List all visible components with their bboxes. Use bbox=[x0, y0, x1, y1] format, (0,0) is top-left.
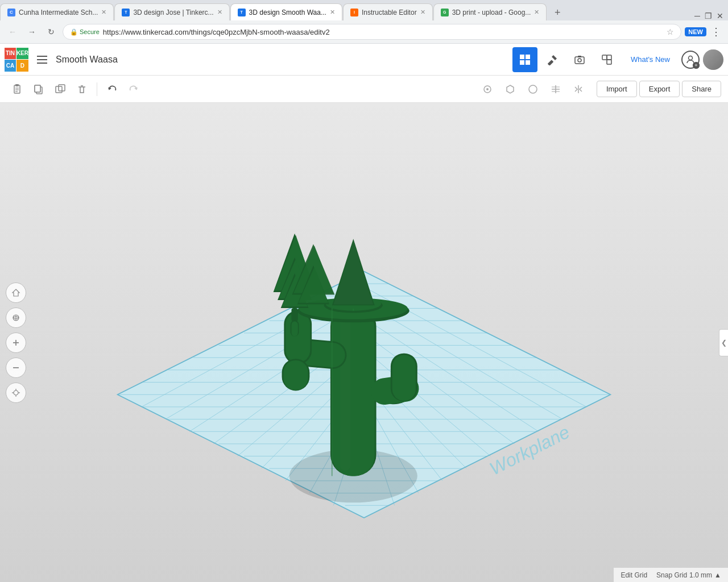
avatar-image bbox=[703, 49, 723, 70]
tab-1[interactable]: C Cunha Intermediate Sch... ✕ bbox=[0, 3, 114, 20]
export-button[interactable]: Export bbox=[639, 81, 680, 97]
snap-grid-control[interactable]: Snap Grid 1.0 mm ▲ bbox=[656, 571, 721, 579]
svg-rect-90 bbox=[286, 313, 310, 363]
tab-3-favicon: T bbox=[238, 9, 246, 16]
whats-new-extension[interactable]: NEW bbox=[685, 27, 706, 36]
minimize-button[interactable]: ─ bbox=[694, 11, 700, 20]
tab-3[interactable]: T 3D design Smooth Waa... ✕ bbox=[230, 3, 342, 20]
logo-ca: CA bbox=[5, 60, 16, 72]
tab-5-close[interactable]: ✕ bbox=[534, 9, 539, 16]
copy-icon bbox=[34, 84, 44, 94]
paste-button[interactable] bbox=[7, 79, 27, 99]
zoom-out-button[interactable] bbox=[6, 357, 26, 378]
svg-rect-11 bbox=[602, 55, 607, 60]
tab-2-close[interactable]: ✕ bbox=[217, 9, 222, 16]
svg-rect-13 bbox=[607, 55, 611, 60]
svg-marker-27 bbox=[507, 85, 514, 93]
close-button[interactable]: ✕ bbox=[717, 11, 723, 20]
delete-icon bbox=[77, 84, 87, 94]
tab-bar: C Cunha Intermediate Sch... ✕ T 3D desig… bbox=[0, 0, 728, 20]
cactus-model bbox=[0, 103, 728, 582]
edit-grid-label[interactable]: Edit Grid bbox=[621, 571, 647, 579]
tab-2-title: 3D design Jose | Tinkerc... bbox=[133, 9, 213, 16]
new-tab-button[interactable]: + bbox=[549, 5, 565, 20]
tab-2[interactable]: T 3D design Jose | Tinkerc... ✕ bbox=[114, 3, 229, 20]
share-button[interactable]: Share bbox=[682, 81, 721, 97]
add-person-button[interactable]: + bbox=[681, 51, 700, 69]
url-bar[interactable]: 🔒 Secure https://www.tinkercad.com/thing… bbox=[63, 24, 681, 40]
redo-icon bbox=[129, 84, 139, 94]
tab-3-close[interactable]: ✕ bbox=[330, 9, 335, 16]
hammer-icon bbox=[547, 54, 558, 65]
hex-view-button[interactable] bbox=[500, 79, 520, 99]
tinkercad-logo[interactable]: TIN KER CA D bbox=[5, 48, 28, 72]
whats-new-button[interactable]: What's New bbox=[624, 51, 677, 68]
restore-button[interactable]: ❐ bbox=[705, 11, 712, 20]
svg-point-9 bbox=[578, 59, 581, 62]
tab-4-close[interactable]: ✕ bbox=[420, 9, 425, 16]
forward-button[interactable]: → bbox=[24, 24, 40, 40]
copy-button[interactable] bbox=[28, 79, 49, 99]
mirror-button[interactable] bbox=[568, 79, 589, 99]
svg-rect-10 bbox=[578, 56, 581, 57]
build-tool-button[interactable] bbox=[540, 47, 565, 72]
svg-rect-82 bbox=[340, 311, 351, 471]
hamburger-menu-button[interactable] bbox=[33, 51, 51, 69]
point-view-button[interactable] bbox=[477, 79, 498, 99]
redo-button[interactable] bbox=[123, 79, 144, 99]
chevron-left-icon: ❮ bbox=[721, 339, 727, 347]
tab-4-title: Instructable Editor bbox=[362, 9, 417, 16]
whats-new-ext-label: NEW bbox=[688, 28, 703, 35]
url-text: https://www.tinkercad.com/things/cqe0pzc… bbox=[103, 28, 663, 36]
delete-button[interactable] bbox=[72, 79, 92, 99]
fit-view-button[interactable] bbox=[6, 383, 26, 403]
code-tool-button[interactable] bbox=[594, 47, 619, 72]
circle-view-button[interactable] bbox=[523, 79, 543, 99]
paste-icon bbox=[12, 84, 22, 94]
refresh-button[interactable]: ↻ bbox=[43, 24, 59, 40]
logo-ker: KER bbox=[16, 48, 28, 60]
back-button[interactable]: ← bbox=[5, 24, 20, 40]
undo-button[interactable] bbox=[102, 79, 122, 99]
3d-viewport[interactable]: Workplane bbox=[0, 103, 728, 582]
import-button[interactable]: Import bbox=[597, 81, 637, 97]
tab-1-favicon: C bbox=[7, 9, 15, 16]
hamburger-icon bbox=[37, 55, 47, 65]
svg-rect-86 bbox=[392, 355, 416, 401]
tab-2-favicon: T bbox=[122, 9, 130, 16]
tab-4-favicon: I bbox=[350, 9, 358, 16]
right-panel-toggle[interactable]: ❮ bbox=[719, 329, 728, 356]
logo-tin: TIN bbox=[5, 48, 16, 60]
svg-rect-2 bbox=[37, 63, 47, 64]
tab-4[interactable]: I Instructable Editor ✕ bbox=[343, 3, 433, 20]
camera-tool-button[interactable] bbox=[567, 47, 592, 72]
point-view-icon bbox=[482, 84, 493, 94]
user-avatar[interactable] bbox=[703, 49, 723, 70]
zoom-in-button[interactable] bbox=[6, 332, 26, 353]
address-bar: ← → ↻ 🔒 Secure https://www.tinkercad.com… bbox=[0, 20, 728, 43]
tab-5-title: 3D print - upload - Goog... bbox=[452, 9, 531, 16]
grid-view-button[interactable] bbox=[512, 47, 537, 72]
home-view-button[interactable] bbox=[6, 282, 26, 303]
svg-rect-105 bbox=[291, 308, 297, 321]
grid-align-button[interactable] bbox=[545, 79, 566, 99]
tab-1-close[interactable]: ✕ bbox=[101, 9, 106, 16]
svg-rect-22 bbox=[35, 85, 40, 92]
tab-5[interactable]: G 3D print - upload - Goog... ✕ bbox=[433, 3, 547, 20]
svg-rect-6 bbox=[526, 60, 530, 65]
browser-chrome: C Cunha Intermediate Sch... ✕ T 3D desig… bbox=[0, 0, 728, 44]
svg-rect-12 bbox=[607, 60, 611, 64]
chrome-menu-button[interactable]: ⋮ bbox=[709, 23, 723, 40]
duplicate-button[interactable] bbox=[50, 79, 71, 99]
tab-3-title: 3D design Smooth Waa... bbox=[249, 9, 326, 16]
add-icon: + bbox=[693, 62, 700, 69]
edit-toolbar: Import Export Share bbox=[0, 76, 728, 103]
svg-rect-1 bbox=[37, 59, 47, 60]
svg-rect-3 bbox=[520, 55, 524, 59]
zoom-out-icon bbox=[11, 363, 20, 372]
bookmark-icon[interactable]: ☆ bbox=[667, 27, 674, 36]
orbit-button[interactable] bbox=[6, 307, 26, 328]
tab-5-favicon: G bbox=[441, 9, 449, 16]
snap-grid-dropdown-icon[interactable]: ▲ bbox=[714, 571, 721, 579]
toolbar-separator-1 bbox=[97, 82, 97, 96]
